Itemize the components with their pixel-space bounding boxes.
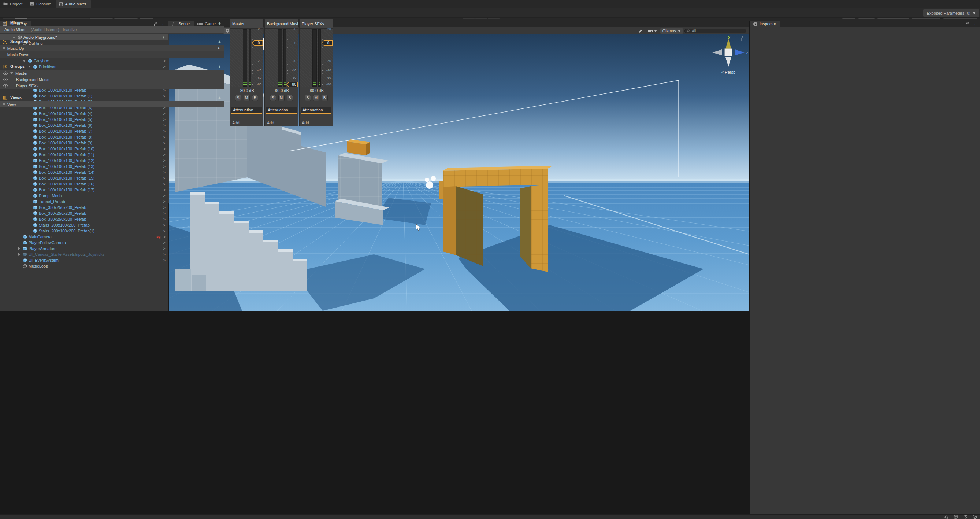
mixer-row[interactable]: Master <box>0 70 224 76</box>
console-icon <box>30 2 34 6</box>
attenuation-effect-slot[interactable]: Attenuation <box>301 107 331 114</box>
tab-label: Audio Mixer <box>65 2 86 6</box>
bypass-button[interactable]: B <box>321 95 328 101</box>
smb-buttons: SMB <box>230 95 263 101</box>
attenuation-effect-slot[interactable]: Attenuation <box>231 107 262 114</box>
audio-mixer-panel: Project Console Audio Mixer Exposed Para… <box>0 0 749 203</box>
mixer-row-label: Music Up <box>7 46 24 51</box>
bypass-button[interactable]: B <box>287 95 293 101</box>
meter-level <box>318 83 320 85</box>
solo-button[interactable]: S <box>235 95 241 101</box>
chevron-down-icon <box>973 12 975 14</box>
mixer-row[interactable]: =Music Up★ <box>0 45 224 51</box>
drag-handle-icon[interactable]: = <box>3 53 5 56</box>
scale-label: -20 <box>251 59 261 63</box>
section-title: Groups <box>10 64 24 69</box>
tab-project[interactable]: Project <box>0 0 27 8</box>
star-icon[interactable]: ★ <box>217 46 221 51</box>
attenuation-effect-slot[interactable]: Attenuation <box>266 107 297 114</box>
section-header: Groups+ <box>0 63 224 70</box>
mute-button[interactable]: M <box>278 95 285 101</box>
scale-minor-tick <box>322 80 323 80</box>
scale-minor-tick <box>322 56 323 56</box>
add-button[interactable]: + <box>218 94 221 101</box>
bypass-button[interactable]: B <box>252 95 258 101</box>
tab-label: Console <box>36 2 51 6</box>
meter-level <box>313 83 317 85</box>
scale-label: -60 <box>251 76 261 80</box>
level-meter <box>312 29 317 86</box>
cache-server-icon[interactable] <box>954 514 958 519</box>
scale-label: 20 <box>251 27 261 31</box>
mixer-row[interactable]: =View <box>0 101 224 107</box>
meter-level-dim <box>243 83 247 83</box>
mixer-section-mixers: Mixers+Audio Mixer(Audio Listener) - Ina… <box>0 19 224 33</box>
debugger-icon[interactable] <box>944 514 948 519</box>
tab-console[interactable]: Console <box>27 0 55 8</box>
section-header: Views+ <box>0 94 224 101</box>
meter-level-dim <box>284 83 286 83</box>
mixer-section-views: Views+=View <box>0 94 224 107</box>
scale-minor-tick <box>322 82 323 83</box>
mixer-section-snapshots: Snapshots+=Music Up★=Music Down <box>0 38 224 57</box>
solo-button[interactable]: S <box>305 95 311 101</box>
scale-minor-tick <box>252 33 253 33</box>
meter-level <box>243 83 247 85</box>
add-effect-button[interactable]: Add... <box>232 121 243 125</box>
auto-refresh-icon[interactable] <box>963 514 967 519</box>
level-meter <box>283 29 286 86</box>
exposed-parameters-dropdown[interactable]: Exposed Parameters (0) <box>923 9 979 17</box>
section-header: Mixers+ <box>0 19 224 26</box>
scale-label: -40 <box>251 69 261 72</box>
mixer-row[interactable]: =Music Down <box>0 51 224 57</box>
scale-minor-tick <box>252 75 253 76</box>
scale-label: 20 <box>321 27 331 31</box>
scale-minor-tick <box>252 36 253 36</box>
scale-label: -80 <box>321 83 331 86</box>
mixer-header-row: Exposed Parameters (0) <box>0 8 980 18</box>
volume-db-label: -80.0 dB <box>299 88 332 93</box>
channel-strips: Master200-20-40-60-800-80.0 dBSMBAttenua… <box>225 19 980 519</box>
scale-label: -80 <box>251 83 261 86</box>
eye-icon[interactable] <box>3 78 8 81</box>
drag-handle-icon[interactable]: = <box>3 102 5 106</box>
mute-button[interactable]: M <box>243 95 250 101</box>
progress-check-icon[interactable] <box>973 514 977 519</box>
foldout-open-icon[interactable] <box>10 72 13 74</box>
channel-strip: Player SFXs200-20-40-60-800-80.0 dBSMBAt… <box>299 19 333 126</box>
meter-level <box>278 83 282 85</box>
eye-icon[interactable] <box>3 72 8 75</box>
unity-editor-window: Audio-Playground - MUSC-601_Week-03_DDeh… <box>0 0 980 519</box>
add-effect-button[interactable]: Add... <box>302 121 312 125</box>
scale-minor-tick <box>287 64 288 64</box>
meter-level-dim <box>318 83 320 83</box>
add-button[interactable]: + <box>218 20 221 26</box>
scale-minor-tick <box>287 33 288 33</box>
scale-minor-tick <box>322 47 323 48</box>
mixer-row[interactable]: Audio Mixer(Audio Listener) - Inactive <box>0 26 224 33</box>
meter-level <box>284 83 286 85</box>
mixer-row[interactable]: Player SFXs <box>0 83 224 89</box>
add-button[interactable]: + <box>218 38 221 45</box>
mixer-row-label: Music Down <box>7 53 29 57</box>
tab-audio-mixer[interactable]: Audio Mixer <box>56 0 91 8</box>
mixer-section-groups: Groups+MasterBackground MusicPlayer SFXs <box>0 63 224 89</box>
scale-minor-tick <box>287 47 288 48</box>
scale-minor-tick <box>287 67 288 67</box>
mixer-row-label: Master <box>15 71 28 75</box>
scale-minor-tick <box>322 33 323 33</box>
section-title: Mixers <box>10 21 23 25</box>
solo-button[interactable]: S <box>270 95 276 101</box>
audio-mixer-icon <box>59 2 64 6</box>
smb-buttons: SMB <box>299 95 332 101</box>
add-effect-button[interactable]: Add... <box>267 121 278 125</box>
eye-icon[interactable] <box>3 84 8 88</box>
scale-minor-tick <box>252 47 253 48</box>
drag-handle-icon[interactable]: = <box>3 46 5 50</box>
status-icons <box>944 514 977 519</box>
scale-minor-tick <box>287 82 288 83</box>
mixer-row[interactable]: Background Music <box>0 76 224 83</box>
add-button[interactable]: + <box>218 64 221 70</box>
mute-button[interactable]: M <box>313 95 319 101</box>
snapshots-icon <box>3 39 8 44</box>
